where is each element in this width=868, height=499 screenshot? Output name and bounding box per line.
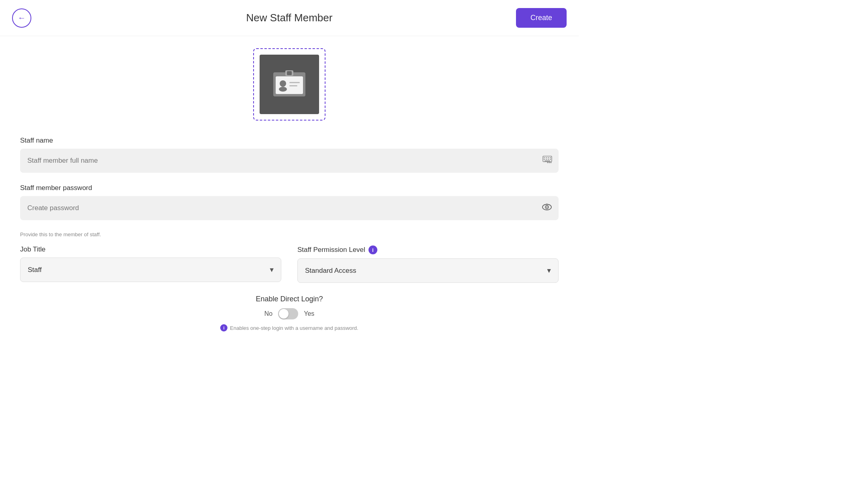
job-title-select[interactable]: Staff Manager Admin Owner (20, 258, 281, 282)
job-title-section: Job Title Staff Manager Admin Owner ▼ (20, 245, 281, 283)
svg-point-20 (547, 162, 549, 163)
svg-rect-17 (545, 161, 550, 162)
staff-name-input-wrapper (20, 149, 559, 173)
job-title-label: Job Title (20, 245, 281, 254)
svg-point-5 (279, 87, 287, 92)
job-title-select-wrapper: Staff Manager Admin Owner ▼ (20, 258, 281, 282)
staff-name-label: Staff name (20, 137, 559, 145)
staff-password-input[interactable] (20, 196, 559, 220)
password-hint: Provide this to the member of staff. (20, 231, 559, 237)
back-button[interactable]: ← (12, 8, 31, 28)
toggle-no-label: No (264, 310, 272, 317)
svg-rect-16 (550, 159, 551, 160)
svg-point-23 (547, 207, 548, 208)
svg-rect-14 (546, 159, 547, 160)
staff-password-input-wrapper (20, 196, 559, 220)
direct-login-title: Enable Direct Login? (256, 295, 323, 303)
eye-icon[interactable] (542, 203, 552, 213)
svg-point-18 (551, 162, 552, 163)
permission-level-select-wrapper: Standard Access Manager Access Admin Acc… (297, 258, 559, 283)
avatar-upload-area[interactable] (253, 48, 326, 121)
direct-login-info-icon: i (220, 324, 227, 331)
toggle-yes-label: Yes (304, 310, 314, 317)
back-arrow-icon: ← (18, 13, 26, 22)
svg-rect-10 (546, 157, 547, 158)
two-column-row: Job Title Staff Manager Admin Owner ▼ St… (20, 245, 559, 283)
keyboard-icon (542, 156, 552, 166)
svg-rect-13 (544, 159, 545, 160)
svg-point-19 (549, 162, 550, 163)
staff-name-section: Staff name (20, 137, 559, 173)
svg-rect-9 (544, 157, 545, 158)
page-title: New Staff Member (246, 12, 333, 24)
svg-line-26 (549, 205, 550, 205)
svg-rect-7 (289, 85, 297, 86)
toggle-row: No Yes (264, 308, 315, 319)
permission-level-select[interactable]: Standard Access Manager Access Admin Acc… (297, 258, 559, 283)
direct-login-hint: i Enables one-step login with a username… (220, 324, 358, 331)
permission-level-label: Staff Permission Level i (297, 245, 559, 254)
staff-password-section: Staff member password (20, 184, 559, 220)
svg-rect-15 (548, 159, 549, 160)
id-card-icon (269, 68, 309, 100)
staff-name-input[interactable] (20, 149, 559, 173)
svg-line-25 (544, 205, 545, 205)
permission-info-icon[interactable]: i (368, 245, 377, 254)
direct-login-section: Enable Direct Login? No Yes i Enables on… (20, 295, 559, 331)
toggle-knob (279, 309, 289, 319)
avatar-placeholder (260, 55, 319, 114)
svg-rect-12 (550, 157, 551, 158)
direct-login-toggle[interactable] (278, 308, 298, 319)
create-button[interactable]: Create (516, 8, 567, 28)
direct-login-hint-text: Enables one-step login with a username a… (230, 325, 358, 331)
svg-rect-3 (287, 71, 292, 75)
staff-password-label: Staff member password (20, 184, 559, 192)
svg-rect-1 (276, 76, 303, 94)
svg-point-4 (280, 80, 286, 87)
permission-level-section: Staff Permission Level i Standard Access… (297, 245, 559, 283)
svg-rect-11 (548, 157, 549, 158)
svg-rect-6 (289, 82, 300, 83)
